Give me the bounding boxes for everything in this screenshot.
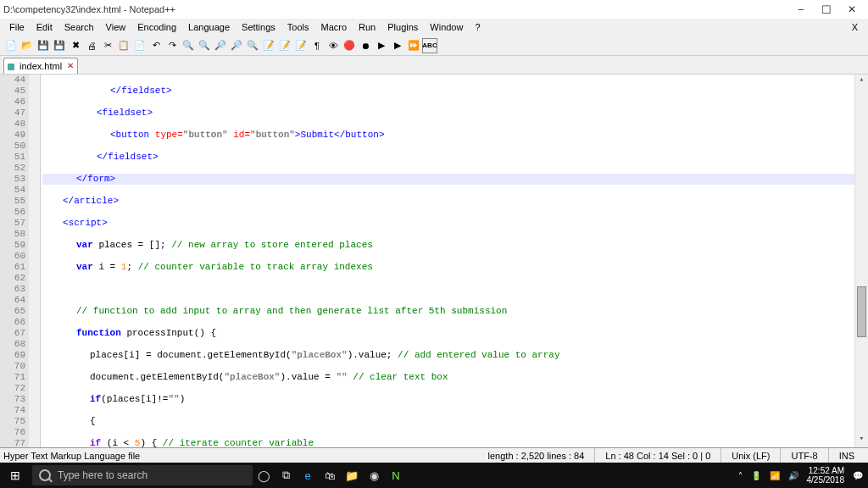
play-icon[interactable]: ▶ [374,38,389,53]
menu-search[interactable]: Search [58,20,100,34]
print-icon[interactable]: 🖨 [84,38,99,53]
status-language: Hyper Text Markup Language file [3,448,150,463]
menu-run[interactable]: Run [353,20,381,34]
monitor-icon[interactable]: 👁 [326,38,341,53]
status-encoding[interactable]: UTF-8 [781,448,828,463]
menu-view[interactable]: View [100,20,132,34]
close-button[interactable]: ✕ [839,3,865,15]
stop-icon[interactable]: ⏺ [358,38,373,53]
file-type-icon [8,64,14,70]
open-file-icon[interactable]: 📂 [19,38,35,53]
code-area[interactable]: </fieldset> <fieldset> <button type="but… [41,75,854,447]
fastplay-icon[interactable]: ▶ [390,38,405,53]
edge-icon[interactable]: e [297,463,319,488]
spellcheck-icon[interactable]: ABC [422,38,437,53]
maximize-button[interactable]: ☐ [814,3,839,16]
menu-window[interactable]: Window [424,20,469,34]
store-icon[interactable]: 🛍 [319,463,341,488]
notifications-icon[interactable]: 💬 [853,471,863,480]
save-all-icon[interactable]: 💾 [52,38,67,53]
window-title: D:\competency32\index.html - Notepad++ [3,4,788,14]
menu-file[interactable]: File [3,20,31,34]
explorer-icon[interactable]: 📁 [341,463,363,488]
tab-index-html[interactable]: index.html ✕ [3,58,78,74]
wifi-icon[interactable]: 📶 [770,471,780,480]
system-tray[interactable]: ˄ 🔋 📶 🔊 12:52 AM 4/25/2018 💬 [738,466,869,485]
tab-label: index.html [19,61,62,71]
scroll-up-icon[interactable]: ▴ [855,75,868,88]
save-icon[interactable]: 💾 [36,38,51,53]
find-icon[interactable]: 🔍 [181,38,196,53]
menubar: File Edit Search View Encoding Language … [0,19,868,36]
menu-macro[interactable]: Macro [314,20,353,34]
titlebar: D:\competency32\index.html - Notepad++ −… [0,0,868,19]
tabbar: index.html ✕ [0,56,868,75]
tray-chevron-icon[interactable]: ˄ [738,471,743,480]
menu-plugins[interactable]: Plugins [381,20,424,34]
wrap-icon[interactable]: 📝 [277,38,292,53]
scrollbar-thumb[interactable] [857,286,866,337]
undo-icon[interactable]: ↶ [148,38,164,53]
paste-icon[interactable]: 📄 [132,38,147,53]
taskbar-clock[interactable]: 12:52 AM 4/25/2018 [807,466,845,485]
allchar-icon[interactable]: 📝 [293,38,309,53]
status-insert-mode[interactable]: INS [829,448,865,463]
menu-help[interactable]: ? [469,20,486,34]
start-button[interactable]: ⊞ [0,463,31,488]
chrome-icon[interactable]: ◉ [363,463,385,488]
battery-icon[interactable]: 🔋 [751,471,761,480]
cortana-icon[interactable]: ◯ [253,463,275,488]
zoom-out-icon[interactable]: 🔎 [229,38,244,53]
menu-x[interactable]: X [846,20,865,34]
sync-v-icon[interactable]: 🔍 [245,38,260,53]
tab-close-icon[interactable]: ✕ [67,61,74,70]
volume-icon[interactable]: 🔊 [788,471,798,480]
toolbar: 📄 📂 💾 💾 ✖ 🖨 ✂ 📋 📄 ↶ ↷ 🔍 🔍 🔎 🔎 🔍 📝 📝 📝 ¶ … [0,36,868,56]
playmulti-icon[interactable]: ⏩ [406,38,421,53]
taskbar-search[interactable]: Type here to search [32,465,253,485]
taskview-icon[interactable]: ⧉ [275,463,297,488]
search-icon [39,469,51,481]
line-number-gutter: 4445464748495051525354555657585960616263… [0,75,29,447]
minimize-button[interactable]: − [788,3,814,16]
replace-icon[interactable]: 🔍 [197,38,212,53]
record-icon[interactable]: 🔴 [342,38,357,53]
editor[interactable]: 4445464748495051525354555657585960616263… [0,75,868,447]
taskbar: ⊞ Type here to search ◯ ⧉ e 🛍 📁 ◉ N ˄ 🔋 … [0,463,868,488]
cut-icon[interactable]: ✂ [100,38,115,53]
menu-encoding[interactable]: Encoding [131,20,182,34]
vertical-scrollbar[interactable]: ▴ ▾ [854,75,868,447]
scroll-down-icon[interactable]: ▾ [855,434,868,447]
notepadpp-icon[interactable]: N [385,463,407,488]
menu-edit[interactable]: Edit [31,20,58,34]
status-eol[interactable]: Unix (LF) [721,448,781,463]
sync-h-icon[interactable]: 📝 [261,38,276,53]
close-file-icon[interactable]: ✖ [68,38,83,53]
indent-icon[interactable]: ¶ [309,38,325,53]
search-placeholder: Type here to search [58,469,147,481]
redo-icon[interactable]: ↷ [164,38,180,53]
statusbar: Hyper Text Markup Language file length :… [0,447,868,463]
new-file-icon[interactable]: 📄 [3,38,19,53]
fold-gutter[interactable] [29,75,41,447]
status-position: Ln : 48 Col : 14 Sel : 0 | 0 [595,448,721,463]
menu-tools[interactable]: Tools [281,20,315,34]
status-length: length : 2,520 lines : 84 [478,448,596,463]
menu-language[interactable]: Language [182,20,236,34]
copy-icon[interactable]: 📋 [116,38,131,53]
zoom-in-icon[interactable]: 🔎 [213,38,228,53]
menu-settings[interactable]: Settings [236,20,281,34]
